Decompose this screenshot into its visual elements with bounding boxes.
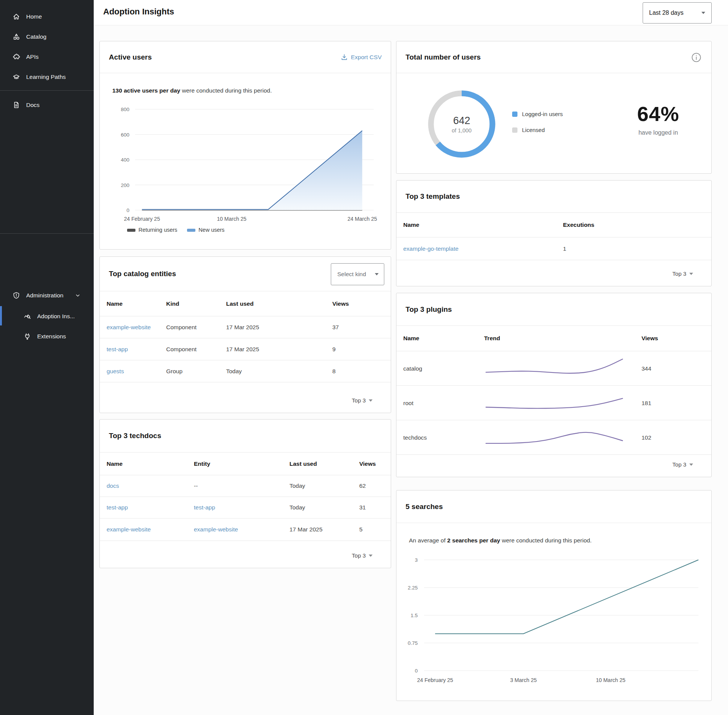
learning-paths-icon	[13, 73, 20, 81]
sidebar-item-label: Catalog	[26, 33, 46, 40]
chart-legend: Returning users New users	[127, 227, 225, 233]
info-icon[interactable]	[691, 52, 701, 63]
card-title: Top catalog entities	[109, 270, 176, 278]
top-templates-card: Top 3 templates NameExecutions example-g…	[396, 180, 712, 286]
sidebar-item-catalog[interactable]: Catalog	[0, 27, 94, 47]
table-header-row: NameExecutions	[396, 213, 711, 237]
card-title: 5 searches	[406, 503, 443, 511]
logged-in-caption: have logged in	[601, 129, 715, 136]
page-title: Adoption Insights	[103, 7, 174, 17]
table-row: root 181	[396, 386, 711, 420]
plugin-views: 102	[642, 434, 711, 441]
plugin-views: 181	[642, 400, 711, 407]
caret-down-icon	[689, 464, 693, 466]
plugin-trend-sparkline	[484, 351, 642, 386]
page-header: Adoption Insights Last 28 days	[94, 0, 728, 25]
docs-icon	[13, 101, 20, 109]
sidebar-item-label: Adoption Ins...	[37, 313, 75, 320]
sidebar-item-home[interactable]: Home	[0, 6, 94, 27]
svg-text:200: 200	[121, 182, 129, 188]
plugin-trend-sparkline	[484, 420, 642, 455]
table-row: example-go-template 1	[396, 237, 711, 260]
caret-down-icon	[375, 273, 379, 275]
rows-per-page-dropdown[interactable]: Top 3	[352, 397, 373, 404]
sidebar-item-extensions[interactable]: Extensions	[0, 326, 94, 346]
svg-text:0.75: 0.75	[408, 640, 418, 646]
plugin-views: 344	[642, 365, 711, 372]
legend-item-new-users: New users	[187, 227, 225, 233]
legend-item-licensed: Licensed	[512, 127, 563, 133]
donut-legend: Logged-in users Licensed	[512, 111, 563, 133]
techdoc-link[interactable]: docs	[107, 482, 194, 489]
card-title: Top 3 plugins	[406, 305, 452, 314]
card-title: Top 3 techdocs	[109, 432, 161, 440]
svg-text:10 March 25: 10 March 25	[596, 677, 626, 683]
chevron-down-icon	[74, 292, 82, 299]
rows-per-page-dropdown[interactable]: Top 3	[352, 552, 373, 559]
entity-link[interactable]: example-website	[107, 324, 166, 331]
caret-down-icon	[369, 399, 373, 402]
table-row: catalog 344	[396, 351, 711, 386]
rows-per-page-dropdown[interactable]: Top 3	[672, 270, 693, 277]
table-row: example-website example-website 17 Mar 2…	[100, 519, 391, 541]
entity-link[interactable]: test-app	[194, 504, 289, 511]
caret-down-icon	[369, 555, 373, 557]
card-title: Top 3 templates	[406, 192, 460, 201]
export-csv-label: Export CSV	[351, 54, 382, 61]
caret-down-icon	[689, 273, 693, 275]
sidebar-item-docs[interactable]: Docs	[0, 95, 94, 115]
plugin-name: root	[403, 400, 484, 407]
card-header: Active users Export CSV	[100, 41, 391, 73]
svg-text:0: 0	[415, 668, 418, 674]
table-row: docs -- Today 62	[100, 475, 391, 497]
export-csv-button[interactable]: Export CSV	[341, 41, 382, 73]
template-link[interactable]: example-go-template	[403, 245, 563, 252]
table-header-row: NameEntityLast usedViews	[100, 453, 391, 475]
techdoc-link[interactable]: test-app	[107, 504, 194, 511]
table-header-row: NameTrendViews	[396, 326, 711, 351]
card-title: Active users	[109, 53, 152, 61]
legend-swatch	[512, 127, 517, 133]
donut-center-label: 642 of 1,000	[426, 88, 498, 160]
svg-text:1.5: 1.5	[410, 613, 418, 618]
card-header: Total number of users	[396, 41, 711, 73]
techdoc-link[interactable]: example-website	[107, 526, 194, 533]
insights-icon	[24, 313, 31, 320]
date-range-select[interactable]: Last 28 days	[643, 2, 712, 24]
svg-text:10 March 25: 10 March 25	[217, 216, 247, 222]
svg-text:24 February 25: 24 February 25	[417, 677, 453, 683]
svg-text:24 February 25: 24 February 25	[124, 216, 160, 222]
table-row: example-website Component 17 Mar 2025 37	[100, 316, 391, 338]
entity-link[interactable]: guests	[107, 368, 166, 375]
logged-in-percent: 64%	[601, 102, 715, 126]
sidebar-item-adoption-insights[interactable]: Adoption Ins...	[0, 306, 94, 326]
searches-card: 00.751.52.25324 February 253 March 2510 …	[396, 490, 712, 701]
sidebar-item-learning-paths[interactable]: Learning Paths	[0, 67, 94, 87]
rows-per-page-dropdown[interactable]: Top 3	[672, 461, 693, 468]
legend-swatch	[127, 229, 135, 232]
sidebar-item-label: Home	[26, 13, 42, 20]
top-plugins-card: Top 3 plugins NameTrendViews catalog 344…	[396, 293, 712, 477]
svg-text:2.25: 2.25	[408, 585, 418, 591]
logged-in-percent-block: 64% have logged in	[601, 102, 715, 136]
svg-text:24 March 25: 24 March 25	[347, 216, 377, 222]
sidebar-item-administration[interactable]: Administration	[0, 285, 94, 305]
entity-link[interactable]: test-app	[107, 346, 166, 353]
svg-text:3 March 25: 3 March 25	[510, 677, 537, 683]
sidebar-item-apis[interactable]: APIs	[0, 47, 94, 67]
legend-item-logged-in: Logged-in users	[512, 111, 563, 117]
logged-in-count: 642	[453, 115, 470, 127]
card-header: 5 searches	[396, 490, 711, 523]
active-users-summary: 130 active users per day were conducted …	[100, 73, 391, 94]
download-icon	[341, 54, 347, 60]
entity-link[interactable]: example-website	[194, 526, 289, 533]
table-header-row: NameKindLast usedViews	[100, 291, 391, 316]
card-header: Top 3 templates	[396, 181, 711, 213]
sidebar-item-label: Docs	[26, 102, 39, 108]
home-icon	[13, 13, 20, 20]
select-kind-dropdown[interactable]: Select kind	[331, 263, 384, 285]
table-row: test-app Component 17 Mar 2025 9	[100, 338, 391, 360]
sidebar-item-label: Administration	[26, 292, 63, 299]
legend-swatch	[187, 229, 195, 232]
svg-text:3: 3	[415, 557, 418, 563]
